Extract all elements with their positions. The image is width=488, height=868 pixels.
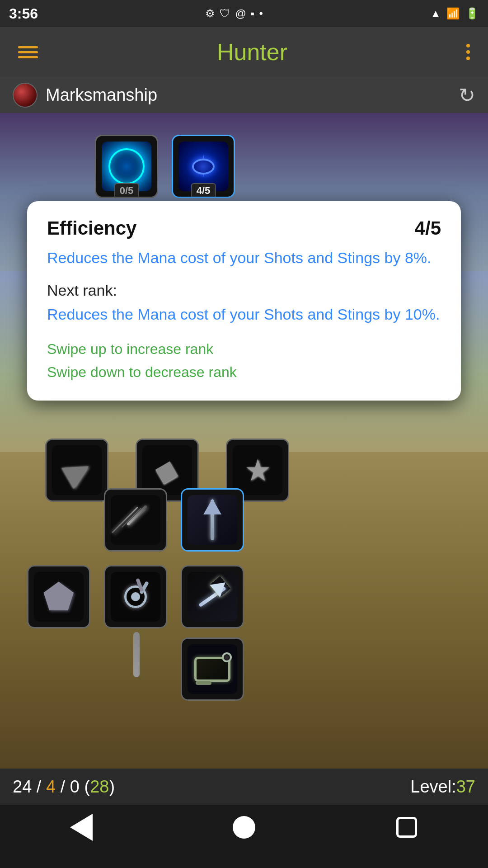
talent-rock-icon[interactable]: ⬟	[27, 565, 90, 628]
connector-line-2	[133, 632, 140, 677]
rock-glyph: ⬟	[43, 576, 75, 618]
tooltip-next-rank-label: Next rank:	[47, 282, 441, 299]
spec-avatar	[13, 83, 38, 108]
stats-display: 24 / 4 / 0 (28)	[13, 777, 115, 797]
settings-icon: ⚙	[205, 7, 215, 20]
status-right-icons: ▲ 📶 🔋	[430, 7, 479, 20]
partial-row: ▶ ◆ ★	[45, 439, 289, 502]
tooltip-rank: 4/5	[415, 217, 441, 239]
tooltip-current-effect: Reduces the Mana cost of your Shots and …	[47, 247, 441, 269]
stats-close: )	[109, 777, 115, 796]
talent-scope-icon[interactable]	[181, 637, 244, 701]
stats-zero: / 0 (	[56, 777, 90, 796]
tooltip-swipe-hints: Swipe up to increase rank Swipe down to …	[47, 338, 441, 384]
talent-gadget-icon[interactable]	[104, 565, 167, 628]
refresh-button[interactable]: ↻	[459, 84, 475, 107]
talent-spiral-icon[interactable]: 0/5	[95, 135, 158, 198]
tooltip-title: Efficiency	[47, 217, 136, 239]
battery-icon: 🔋	[465, 7, 479, 20]
talent-blade-icon[interactable]	[104, 488, 167, 552]
recent-square-icon	[396, 817, 417, 838]
level-display: Level:37	[410, 777, 475, 797]
spec-info: Marksmanship	[13, 83, 157, 108]
more-options-button[interactable]	[466, 44, 470, 60]
nav-bar	[0, 805, 488, 850]
stats-yellow: 4	[46, 777, 56, 796]
home-circle-icon	[233, 816, 255, 839]
status-time: 3:56	[9, 5, 38, 22]
swipe-down-hint: Swipe down to decrease rank	[47, 361, 441, 384]
shield-icon: 🛡	[220, 7, 230, 20]
stats-total: 28	[90, 777, 109, 796]
eye-rank: 4/5	[191, 183, 216, 198]
bottom-bar: 24 / 4 / 0 (28) Level:37	[0, 769, 488, 805]
nav-back-button[interactable]	[63, 809, 99, 845]
status-icons: ⚙ 🛡 @ ▪ •	[205, 7, 263, 20]
talent-eye-icon[interactable]: ✦ 4/5	[172, 135, 235, 198]
spec-bar: Marksmanship ↻	[0, 77, 488, 113]
nav-home-button[interactable]	[226, 809, 262, 845]
swipe-up-hint: Swipe up to increase rank	[47, 338, 441, 361]
back-triangle-icon	[70, 814, 93, 841]
nav-recent-button[interactable]	[389, 809, 425, 845]
hamburger-menu-button[interactable]	[18, 43, 38, 61]
spec-name: Marksmanship	[46, 85, 157, 105]
talent-crit-icon[interactable]	[181, 565, 244, 628]
talent-partial-1[interactable]: ▶	[45, 439, 108, 502]
talent-area: 0/5 ✦ 4/5 Efficiency 4/5 Reduces the Man…	[0, 113, 488, 769]
wifi-icon: ▲	[430, 7, 441, 20]
stats-main: 24 /	[13, 777, 46, 796]
tooltip-card: Efficiency 4/5 Reduces the Mana cost of …	[27, 201, 461, 401]
app-title: Hunter	[217, 38, 287, 66]
talent-arrow-icon[interactable]	[181, 488, 244, 552]
spiral-rank: 0/5	[114, 183, 139, 198]
dot-icon: •	[259, 7, 263, 20]
status-bar: 3:56 ⚙ 🛡 @ ▪ • ▲ 📶 🔋	[0, 0, 488, 27]
level-value: 37	[456, 777, 475, 796]
top-bar: Hunter	[0, 27, 488, 77]
tooltip-header: Efficiency 4/5	[47, 217, 441, 239]
at-icon: @	[235, 7, 246, 20]
tooltip-next-effect: Reduces the Mana cost of your Shots and …	[47, 304, 441, 326]
signal-icon: 📶	[446, 7, 460, 20]
card-icon: ▪	[251, 7, 255, 20]
spiral-visual	[108, 148, 145, 184]
level-label: Level:	[410, 777, 456, 796]
